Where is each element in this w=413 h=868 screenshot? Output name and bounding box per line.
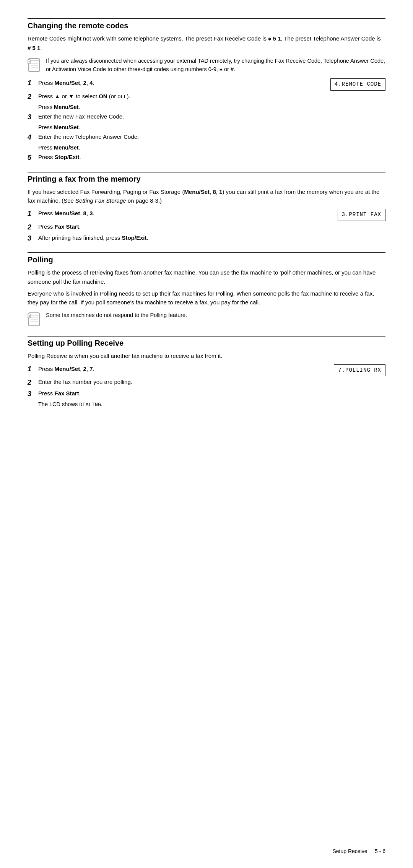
steps-2: 1 Press Menu/Set, 8, 3. 3.PRINT FAX 2 Pr…	[28, 209, 385, 243]
step-2-2: 2 Press Fax Start.	[28, 223, 385, 232]
step-4-1: 1 Press Menu/Set, 2, 7. 7.POLLING RX	[28, 364, 385, 377]
step-num-4-2: 2	[28, 378, 38, 387]
footer-label: Setup Receive	[332, 848, 367, 854]
note-block-3: ✎ Some fax machines do not respond to th…	[28, 311, 385, 327]
section-polling: Polling Polling is the process of retrie…	[28, 252, 385, 327]
section-title-1: Changing the remote codes	[28, 21, 128, 30]
section-header-3: Polling	[28, 252, 385, 264]
lcd-polling-rx: 7.POLLING RX	[334, 364, 385, 377]
step-content-2-3: After printing has finished, press Stop/…	[38, 234, 385, 242]
step-content-4-2: Enter the fax number you are polling.	[38, 378, 385, 387]
intro-para-1: Remote Codes might not work with some te…	[28, 34, 385, 52]
note-text-1: If you are always disconnected when acce…	[46, 57, 385, 74]
section-changing-remote-codes: Changing the remote codes Remote Codes m…	[28, 18, 385, 163]
step-text-1-1: Press Menu/Set, 2, 4.	[38, 78, 94, 87]
step-content-1-5: Press Stop/Exit.	[38, 153, 385, 162]
step-num-1-1: 1	[28, 78, 38, 88]
step-content-1-3: Enter the new Fax Receive Code.	[38, 112, 385, 121]
footer-page: 5 - 6	[375, 848, 385, 854]
step-content-2-1: Press Menu/Set, 8, 3. 3.PRINT FAX	[38, 209, 385, 221]
step-content-1-2: Press ▲ or ▼ to select ON (or OFF).	[38, 92, 385, 101]
section-title-2: Printing a fax from the memory	[28, 175, 141, 183]
step-4-3: 3 Press Fax Start.	[28, 389, 385, 399]
step-sub-1-2: Press Menu/Set.	[38, 103, 385, 112]
step-sub-1-3: Press Menu/Set.	[38, 124, 385, 132]
step-2-1: 1 Press Menu/Set, 8, 3. 3.PRINT FAX	[28, 209, 385, 221]
section-title-3: Polling	[28, 255, 53, 264]
step-1-2: 2 Press ▲ or ▼ to select ON (or OFF).	[28, 92, 385, 102]
step-content-4-3: Press Fax Start.	[38, 389, 385, 398]
intro-para-3-2: Everyone who is involved in Polling need…	[28, 289, 385, 307]
section-body-3: Polling is the process of retrieving fax…	[28, 268, 385, 327]
note-text-3: Some fax machines do not respond to the …	[46, 311, 187, 320]
section-body-2: If you have selected Fax Forwarding, Pag…	[28, 187, 385, 244]
step-num-1-5: 5	[28, 153, 38, 163]
section-header-4: Setting up Polling Receive	[28, 336, 385, 348]
step-content-1-4: Enter the new Telephone Answer Code.	[38, 133, 385, 141]
steps-4: 1 Press Menu/Set, 2, 7. 7.POLLING RX 2 E…	[28, 364, 385, 409]
svg-text:✎: ✎	[28, 60, 31, 63]
step-content-1-1: Press Menu/Set, 2, 4. 4.REMOTE CODE	[38, 78, 385, 91]
step-num-2-3: 3	[28, 234, 38, 243]
step-sub-1-4: Press Menu/Set.	[38, 144, 385, 152]
step-num-2-2: 2	[28, 223, 38, 232]
step-num-1-3: 3	[28, 112, 38, 122]
section-body-1: Remote Codes might not work with some te…	[28, 34, 385, 163]
step-2-3: 3 After printing has finished, press Sto…	[28, 234, 385, 243]
lcd-print-fax: 3.PRINT FAX	[338, 209, 385, 221]
step-1-1: 1 Press Menu/Set, 2, 4. 4.REMOTE CODE	[28, 78, 385, 91]
step-1-3: 3 Enter the new Fax Receive Code.	[28, 112, 385, 122]
note-icon-3: ✎	[28, 312, 42, 327]
section-polling-receive: Setting up Polling Receive Polling Recei…	[28, 336, 385, 409]
section-header-2: Printing a fax from the memory	[28, 172, 385, 184]
step-4-2: 2 Enter the fax number you are polling.	[28, 378, 385, 387]
intro-para-2: If you have selected Fax Forwarding, Pag…	[28, 187, 385, 205]
section-title-4: Setting up Polling Receive	[28, 339, 124, 347]
intro-para-3-1: Polling is the process of retrieving fax…	[28, 268, 385, 286]
page-footer: Setup Receive 5 - 6	[332, 848, 385, 854]
step-1-5: 5 Press Stop/Exit.	[28, 153, 385, 163]
steps-1: 1 Press Menu/Set, 2, 4. 4.REMOTE CODE 2 …	[28, 78, 385, 163]
step-text-2-1: Press Menu/Set, 8, 3.	[38, 209, 94, 218]
note-icon-1: ✎	[28, 58, 42, 72]
intro-para-4: Polling Receive is when you call another…	[28, 351, 385, 360]
step-num-1-2: 2	[28, 92, 38, 102]
step-num-4-1: 1	[28, 364, 38, 374]
section-body-4: Polling Receive is when you call another…	[28, 351, 385, 409]
step-content-2-2: Press Fax Start.	[38, 223, 385, 231]
step-1-4: 4 Enter the new Telephone Answer Code.	[28, 133, 385, 142]
step-sub-4-3: The LCD shows DIALING.	[38, 400, 385, 409]
step-num-1-4: 4	[28, 133, 38, 142]
step-text-4-1: Press Menu/Set, 2, 7.	[38, 364, 94, 373]
step-num-4-3: 3	[28, 389, 38, 399]
section-header-1: Changing the remote codes	[28, 18, 385, 30]
section-printing-fax: Printing a fax from the memory If you ha…	[28, 172, 385, 244]
lcd-remote-code: 4.REMOTE CODE	[330, 78, 385, 91]
note-block-1: ✎ If you are always disconnected when ac…	[28, 57, 385, 74]
svg-text:✎: ✎	[28, 315, 31, 317]
step-content-4-1: Press Menu/Set, 2, 7. 7.POLLING RX	[38, 364, 385, 377]
step-num-2-1: 1	[28, 209, 38, 218]
